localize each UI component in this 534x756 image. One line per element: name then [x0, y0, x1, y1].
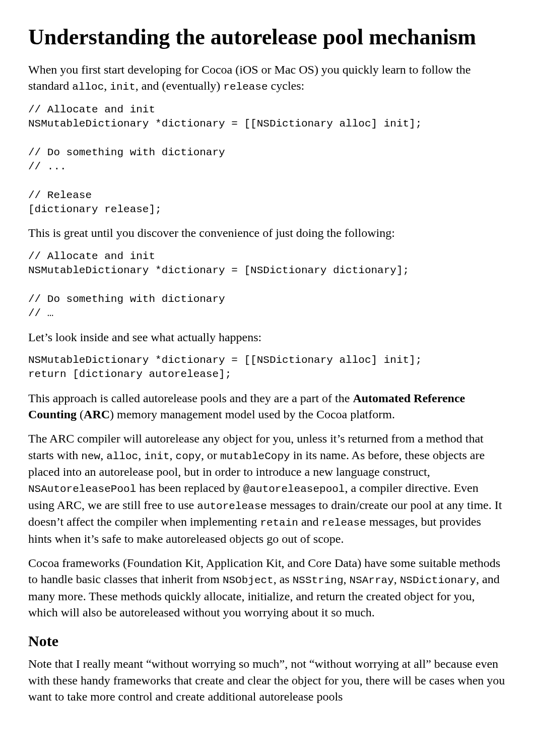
text: , as — [274, 573, 293, 586]
inline-code: mutableCopy — [220, 451, 290, 462]
inline-code: NSDictionary — [400, 575, 476, 586]
text: This approach is called autorelease pool… — [28, 392, 353, 405]
document-page: Understanding the autorelease pool mecha… — [0, 0, 534, 705]
inline-code: copy — [176, 451, 201, 462]
text: has been replaced by — [136, 481, 243, 494]
text: , and (eventually) — [136, 79, 224, 92]
text: , or — [201, 449, 220, 462]
inline-code: @autoreleasepool — [243, 483, 345, 495]
paragraph-note: Note that I really meant “without worryi… — [28, 656, 506, 705]
text: , — [394, 573, 400, 586]
text: ( — [77, 408, 84, 421]
inline-code: NSAutoreleasePool — [28, 483, 136, 495]
paragraph: Let’s look inside and see what actually … — [28, 329, 506, 345]
text: cycles: — [268, 79, 305, 92]
inline-code: NSArray — [350, 575, 394, 586]
text: , — [138, 449, 144, 462]
inline-code: release — [322, 517, 366, 529]
inline-code: alloc — [106, 451, 138, 462]
paragraph-intro: When you first start developing for Coco… — [28, 61, 506, 95]
text: , — [170, 449, 176, 462]
note-heading: Note — [28, 633, 506, 650]
text: , — [100, 449, 106, 462]
text: ) memory management model used by the Co… — [110, 408, 395, 421]
paragraph: This is great until you discover the con… — [28, 225, 506, 241]
code-block-convenience: // Allocate and init NSMutableDictionary… — [28, 249, 506, 321]
inline-code: init — [110, 81, 135, 93]
bold-text: ARC — [84, 408, 110, 421]
text: , — [104, 79, 110, 92]
paragraph-frameworks: Cocoa frameworks (Foundation Kit, Applic… — [28, 555, 506, 621]
inline-code: init — [144, 451, 169, 462]
inline-code: NSString — [293, 575, 344, 586]
paragraph-arc-details: The ARC compiler will autorelease any ob… — [28, 430, 506, 547]
inline-code: NSObject — [223, 575, 274, 586]
inline-code: new — [81, 451, 100, 462]
inline-code: release — [223, 81, 268, 93]
page-title: Understanding the autorelease pool mecha… — [28, 24, 506, 50]
code-block-alloc-release: // Allocate and init NSMutableDictionary… — [28, 103, 506, 217]
text: , — [344, 573, 350, 586]
inline-code: autorelease — [197, 500, 267, 512]
inline-code: alloc — [72, 81, 104, 93]
inline-code: retain — [260, 517, 298, 529]
text: and — [298, 515, 322, 528]
code-block-autorelease: NSMutableDictionary *dictionary = [[NSDi… — [28, 353, 506, 382]
paragraph-arc: This approach is called autorelease pool… — [28, 390, 506, 423]
